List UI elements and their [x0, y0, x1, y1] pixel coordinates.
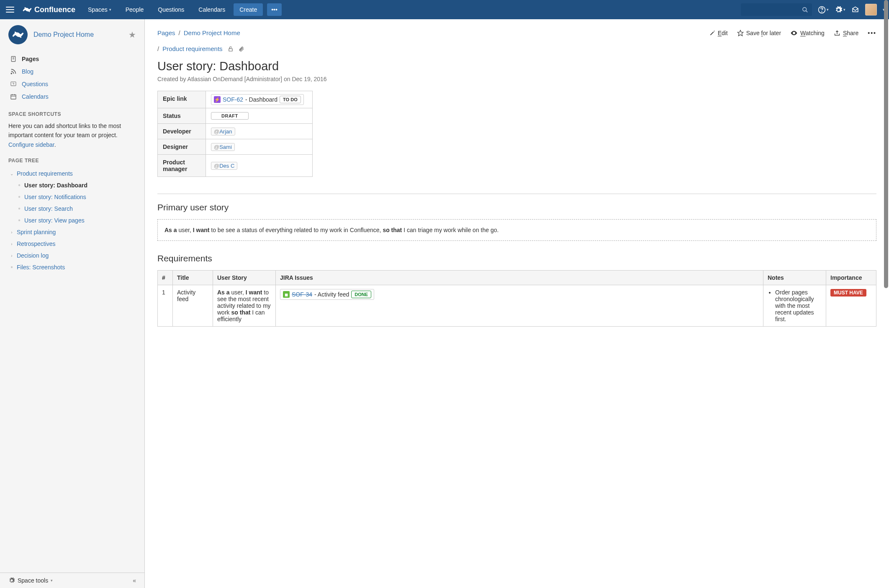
req-notes: Order pages chronologically with the mos…	[763, 285, 826, 327]
breadcrumb: Pages / Demo Project Home	[157, 27, 240, 39]
breadcrumb-product-req[interactable]: Product requirements	[162, 43, 222, 55]
tree-collapse-icon[interactable]: ⌄	[9, 171, 14, 176]
edit-button[interactable]: Edit	[709, 30, 728, 36]
main-content: Pages / Demo Project Home Edit Save for …	[145, 19, 889, 588]
tree-user-story-dashboard[interactable]: •User story: Dashboard	[16, 179, 136, 191]
req-col-title: Title	[173, 271, 213, 285]
watching-button[interactable]: Watching	[790, 29, 825, 37]
nav-questions[interactable]: Questions	[152, 1, 190, 18]
breadcrumb-home[interactable]: Demo Project Home	[184, 27, 240, 39]
svg-rect-15	[229, 49, 232, 51]
developer-mention[interactable]: @Arjan	[211, 128, 235, 135]
importance-badge: MUST HAVE	[830, 289, 866, 297]
pm-mention[interactable]: @Des C	[211, 162, 237, 170]
req-title: Activity feed	[173, 285, 213, 327]
jira-issue-link[interactable]: SOF-34	[292, 291, 312, 298]
sidebar-nav-pages[interactable]: Pages	[8, 53, 136, 65]
gear-icon	[8, 577, 15, 584]
nav-people[interactable]: People	[120, 1, 150, 18]
tree-files-screenshots[interactable]: • Files: Screenshots	[8, 261, 136, 273]
status-badge: DRAFT	[211, 112, 249, 120]
admin-icon[interactable]: ▾	[835, 6, 845, 14]
eye-icon	[790, 29, 798, 37]
designer-mention[interactable]: @Sami	[211, 143, 235, 151]
breadcrumb-line2: / Product requirements	[157, 43, 876, 55]
breadcrumb-pages[interactable]: Pages	[157, 27, 175, 39]
prop-status-label: Status	[158, 108, 206, 124]
nav-calendars[interactable]: Calendars	[193, 1, 231, 18]
prop-developer-label: Developer	[158, 124, 206, 139]
tree-user-story-search[interactable]: •User story: Search	[16, 203, 136, 215]
attachment-icon[interactable]	[239, 46, 244, 52]
tree-expand-icon[interactable]: ›	[9, 230, 14, 235]
tree-user-story-view-pages[interactable]: •User story: View pages	[16, 215, 136, 226]
tree-retrospectives[interactable]: › Retrospectives	[8, 238, 136, 250]
primary-story-box: As a user, I want to be see a status of …	[157, 219, 876, 241]
create-more-button[interactable]: •••	[267, 3, 282, 16]
sidebar-collapse-icon[interactable]: «	[133, 577, 136, 584]
primary-user-story-heading: Primary user story	[157, 202, 876, 212]
req-userstory: As a user, I want to see the most recent…	[213, 285, 276, 327]
req-col-notes: Notes	[763, 271, 826, 285]
svg-line-1	[806, 10, 807, 12]
svg-point-3	[822, 11, 822, 12]
tree-decision-log[interactable]: › Decision log	[8, 250, 136, 261]
prop-designer-label: Designer	[158, 139, 206, 155]
properties-table: Epic link ⚡ SOF-62 - Dashboard TO DO Sta…	[157, 91, 313, 177]
save-for-later-button[interactable]: Save for later	[737, 30, 781, 36]
epic-status-badge: TO DO	[280, 96, 301, 103]
pages-icon	[10, 56, 18, 62]
space-title[interactable]: Demo Project Home	[33, 31, 123, 38]
unlock-icon[interactable]	[228, 46, 234, 52]
configure-sidebar-link[interactable]: Configure sidebar	[8, 141, 54, 148]
page-meta: Created by Atlassian OnDemand [Administr…	[157, 76, 876, 82]
requirements-heading: Requirements	[157, 253, 876, 263]
svg-point-7	[11, 73, 12, 74]
req-col-jira: JIRA Issues	[276, 271, 763, 285]
global-header: Confluence Spaces▾ People Questions Cale…	[0, 0, 889, 19]
nav-spaces[interactable]: Spaces▾	[82, 1, 117, 18]
table-row: 1 Activity feed As a user, I want to see…	[158, 285, 876, 327]
prop-pm-label: Product manager	[158, 155, 206, 177]
share-icon	[834, 30, 840, 36]
user-avatar[interactable]	[865, 4, 877, 15]
search-input[interactable]	[741, 3, 812, 16]
calendars-icon	[10, 93, 18, 100]
epic-type-icon: ⚡	[214, 96, 221, 103]
space-tools-button[interactable]: Space tools ▾	[8, 577, 53, 584]
space-logo[interactable]	[8, 25, 28, 44]
page-title: User story: Dashboard	[157, 59, 876, 73]
sidebar-nav-calendars[interactable]: Calendars	[8, 90, 136, 103]
req-col-userstory: User Story	[213, 271, 276, 285]
star-icon	[737, 30, 744, 36]
notifications-icon[interactable]	[851, 6, 859, 14]
help-icon[interactable]: ▾	[818, 6, 829, 14]
more-actions-button[interactable]: •••	[868, 30, 876, 36]
divider	[157, 194, 876, 194]
app-switcher-icon[interactable]	[4, 4, 16, 15]
tree-expand-icon[interactable]: ›	[9, 253, 14, 258]
sidebar-nav-questions[interactable]: Questions	[8, 78, 136, 90]
questions-icon	[10, 81, 18, 87]
shortcuts-help-text: Here you can add shortcut links to the m…	[8, 121, 136, 149]
tree-sprint-planning[interactable]: › Sprint planning	[8, 226, 136, 238]
favorite-star-icon[interactable]: ★	[128, 30, 136, 40]
tree-product-requirements[interactable]: ⌄ Product requirements	[8, 168, 136, 179]
req-col-importance: Importance	[826, 271, 876, 285]
sidebar-nav-blog[interactable]: Blog	[8, 65, 136, 78]
req-col-num: #	[158, 271, 173, 285]
svg-marker-13	[737, 30, 743, 36]
jira-status-badge: DONE	[351, 291, 371, 298]
confluence-logo[interactable]: Confluence	[23, 5, 75, 14]
req-num: 1	[158, 285, 173, 327]
share-button[interactable]: Share	[834, 30, 858, 36]
scrollbar[interactable]	[884, 0, 888, 288]
space-shortcuts-title: SPACE SHORTCUTS	[8, 111, 136, 117]
tree-user-story-notifications[interactable]: •User story: Notifications	[16, 191, 136, 203]
create-button[interactable]: Create	[234, 3, 263, 16]
page-tree-title: PAGE TREE	[8, 158, 136, 164]
blog-icon	[10, 68, 18, 75]
epic-link[interactable]: SOF-62	[223, 96, 243, 103]
req-jira: ◼ SOF-34 - Activity feed DONE	[276, 285, 763, 327]
tree-expand-icon[interactable]: ›	[9, 242, 14, 246]
